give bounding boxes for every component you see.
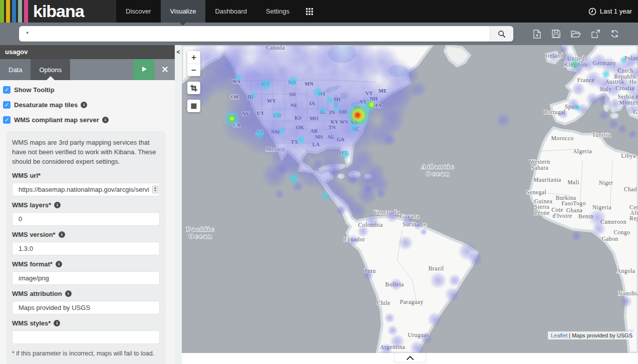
heat-blob-purple	[365, 214, 379, 228]
crop-icon	[190, 85, 197, 92]
heat-blob-purple	[445, 287, 460, 302]
map-label-country: Gabon	[601, 236, 618, 242]
heat-blob-purple	[608, 119, 619, 130]
square-icon	[191, 103, 197, 109]
heat-blob-green	[572, 62, 577, 67]
attribution-text: Maps provided by USGS	[572, 332, 632, 338]
map-label-country: Togo	[573, 200, 585, 207]
heat-blob-cyan	[259, 78, 272, 91]
timepicker-label: Last 1 year	[600, 8, 632, 15]
spy-panel-band	[182, 353, 638, 364]
play-icon	[141, 66, 147, 72]
refresh-icon	[610, 30, 619, 38]
map-label-country: Sahara	[531, 165, 548, 171]
heat-blob-cyan	[287, 76, 298, 87]
zoom-out-button[interactable]: −	[187, 64, 200, 76]
heat-blob-cyan	[288, 173, 300, 185]
wms-attribution-input[interactable]	[12, 301, 160, 314]
chevron-up-icon	[407, 356, 414, 360]
heat-blob-purple	[376, 189, 386, 199]
checkbox[interactable]: ✓	[3, 116, 11, 124]
nav-item-settings[interactable]: Settings	[256, 0, 299, 23]
nav-item-dashboard[interactable]: Dashboard	[205, 0, 256, 23]
heat-blob-purple	[548, 52, 558, 62]
latitude-filter-button[interactable]	[187, 100, 200, 112]
heat-blob-cyan	[278, 127, 286, 135]
wms-format-input[interactable]	[12, 271, 160, 285]
field-label: WMS styles*i	[12, 319, 160, 327]
map-label-country: Tunisia	[592, 132, 611, 138]
info-icon: i	[56, 261, 62, 267]
fit-data-bounds-button[interactable]	[187, 82, 200, 94]
wms-layers-input[interactable]	[12, 212, 160, 226]
info-icon: i	[81, 102, 87, 108]
sidebar-tabs: DataOptions	[0, 59, 175, 80]
map-svg: CanadaMexicoVenezuelaGuyanaSurinameColom…	[182, 45, 638, 353]
heat-blob-cyan	[321, 192, 330, 201]
app-switcher-button[interactable]	[299, 0, 320, 23]
input-scroller-icon	[152, 186, 158, 193]
query-input-group	[19, 26, 513, 42]
map-label-country: Senegal	[526, 189, 546, 196]
wms-url-input[interactable]	[12, 183, 160, 196]
field-label: WMS attributioni	[12, 290, 160, 297]
checkbox-row: ✓Show Tooltip	[3, 86, 169, 94]
map-label-country: Morocco	[551, 135, 573, 141]
save-visualization-button[interactable]	[552, 30, 560, 38]
options-checkbox-list: ✓Show Tooltip✓Desaturate map tilesi✓WMS …	[3, 86, 169, 124]
wms-version-input[interactable]	[12, 242, 160, 255]
new-visualization-button[interactable]	[533, 30, 541, 39]
discard-changes-button[interactable]	[155, 59, 175, 80]
heat-blob-cyan	[341, 149, 351, 159]
field-label: WMS version*i	[12, 231, 160, 238]
tab-data[interactable]: Data	[0, 59, 31, 80]
map-attribution: Leaflet | Maps provided by USGS	[548, 331, 635, 339]
search-icon	[498, 30, 506, 38]
zoom-in-button[interactable]: +	[187, 51, 200, 64]
heat-blob-purple	[402, 214, 414, 226]
heat-blob-purple	[274, 189, 284, 199]
timepicker-button[interactable]: Last 1 year	[588, 0, 638, 23]
nav-item-visualize[interactable]: Visualize	[161, 0, 206, 23]
folder-open-icon	[571, 30, 581, 38]
share-visualization-button[interactable]	[591, 30, 600, 38]
heat-blob-cyan	[312, 87, 324, 98]
map-label-country: Niger	[599, 180, 613, 186]
tab-options[interactable]: Options	[31, 59, 70, 80]
checkbox[interactable]: ✓	[3, 86, 11, 94]
apply-changes-button[interactable]	[133, 59, 155, 80]
heat-blob-purple	[363, 184, 374, 195]
search-input[interactable]	[19, 26, 490, 42]
nav-item-discover[interactable]: Discover	[116, 0, 161, 23]
heat-blob-purple	[362, 268, 374, 280]
wms-footnote: * if this parameter is incorrect, maps w…	[12, 350, 160, 357]
open-visualization-button[interactable]	[571, 30, 581, 38]
spy-panel-toggle[interactable]	[394, 353, 426, 363]
collapse-sidebar-button[interactable]: <	[175, 49, 182, 56]
external-link-icon	[591, 30, 600, 38]
refresh-button[interactable]	[610, 30, 619, 38]
attribution-separator: |	[567, 332, 572, 338]
heat-blob-cyan	[601, 70, 610, 79]
heat-blob-purple	[430, 272, 447, 289]
checkbox[interactable]: ✓	[3, 101, 11, 109]
heat-blob-purple	[598, 110, 609, 121]
map-label-country: Brazil	[428, 265, 444, 271]
heat-blob-purple	[386, 210, 399, 223]
search-button[interactable]	[490, 26, 513, 42]
heat-blob-purple	[387, 325, 398, 336]
query-bar	[0, 23, 638, 45]
visualize-toolbar	[513, 30, 638, 39]
kibana-logo-stripes-icon	[0, 0, 30, 23]
heat-blob-purple	[410, 81, 427, 98]
wms-styles-input[interactable]	[12, 330, 160, 344]
kibana-logo[interactable]: kibana	[0, 0, 116, 23]
map-label-country: Sierra	[534, 204, 549, 210]
heat-blob-purple	[420, 228, 428, 236]
heat-blob-purple	[628, 130, 637, 139]
heat-blob-cyan	[333, 104, 341, 112]
map-canvas[interactable]: CanadaMexicoVenezuelaGuyanaSurinameColom…	[182, 45, 638, 353]
leaflet-link[interactable]: Leaflet	[551, 332, 567, 338]
heat-blob-purple	[328, 163, 342, 177]
clock-icon	[588, 8, 596, 16]
